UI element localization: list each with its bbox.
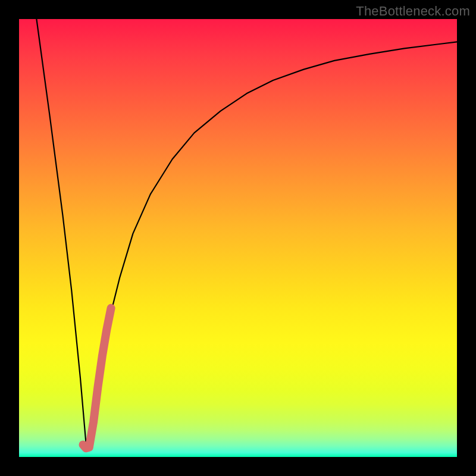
curve-layer (19, 19, 457, 457)
chart-frame: TheBottleneck.com (0, 0, 476, 476)
watermark-text: TheBottleneck.com (356, 4, 470, 19)
plot-area (19, 19, 457, 457)
highlight-j-curve (83, 308, 111, 449)
